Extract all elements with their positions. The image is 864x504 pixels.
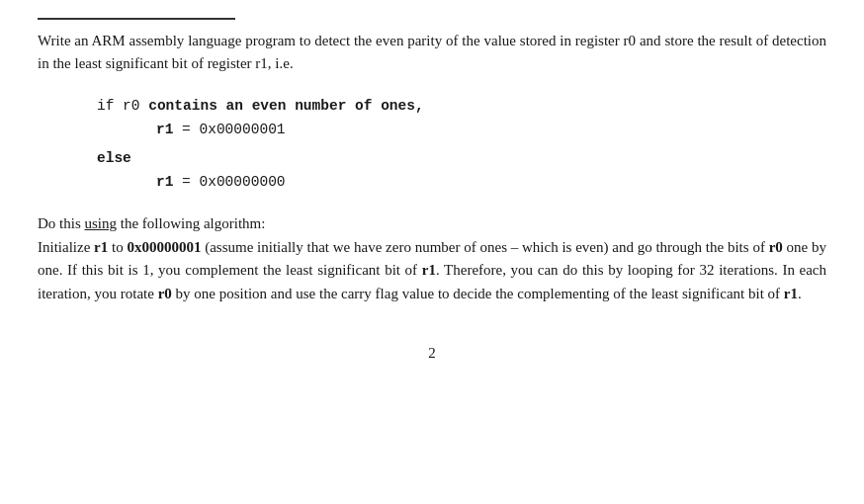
description-section: Do this using the following algorithm: I… (38, 212, 826, 305)
equals-true: = (173, 122, 199, 137)
if-keyword: if r0 (97, 98, 148, 114)
code-line-r1-false: r1 = 0x00000000 (156, 170, 826, 195)
r1-label-false: r1 (156, 174, 173, 190)
desc-line-1: Do this using the following algorithm: (38, 212, 826, 236)
r0-bold-2: r0 (158, 286, 172, 301)
top-rule (38, 18, 235, 20)
using-word: using (85, 215, 118, 231)
r1-bold-1: r1 (422, 262, 436, 278)
code-line-else: else (97, 146, 826, 171)
if-condition: contains an even number of ones, (148, 98, 423, 114)
value-false: 0x00000000 (200, 174, 286, 190)
r1-init-bold: r1 (94, 239, 108, 255)
code-line-if: if r0 contains an even number of ones, (97, 94, 826, 119)
do-this-suffix: the following algorithm: (117, 215, 265, 231)
intro-paragraph: Write an ARM assembly language program t… (38, 30, 826, 76)
r1-label-true: r1 (156, 122, 173, 137)
equals-false: = (173, 174, 199, 190)
value-true: 0x00000001 (200, 122, 286, 137)
r1-bold-2: r1 (784, 286, 798, 301)
hex-init-bold: 0x00000001 (127, 239, 201, 255)
page-content: Write an ARM assembly language program t… (38, 18, 826, 362)
do-this-prefix: Do this (38, 215, 85, 231)
page-number: 2 (38, 345, 826, 362)
desc-paragraph: Initialize r1 to 0x00000001 (assume init… (38, 236, 826, 306)
else-keyword: else (97, 150, 131, 166)
code-line-r1-true: r1 = 0x00000001 (156, 118, 826, 142)
code-block: if r0 contains an even number of ones, r… (38, 94, 826, 196)
r0-bold-1: r0 (769, 239, 783, 255)
